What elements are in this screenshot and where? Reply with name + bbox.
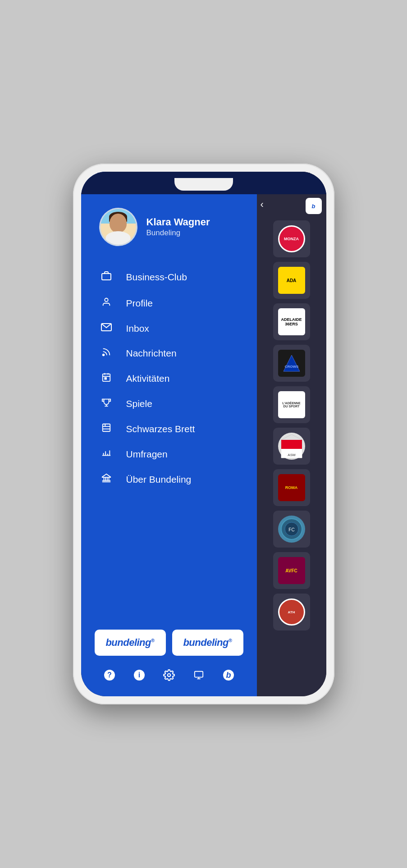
bundeling-logo-text-2: bundeling® <box>183 637 232 649</box>
team-logo-monaco[interactable]: ASM <box>273 428 310 465</box>
bundeling-top-logo: b <box>306 198 322 214</box>
sidebar-item-spiele[interactable]: Spiele <box>99 391 243 416</box>
bank-icon <box>99 473 114 486</box>
sidebar-item-ueber-bundeling[interactable]: Über Bundeling <box>99 467 243 492</box>
svg-point-31 <box>167 674 170 677</box>
svg-rect-32 <box>194 672 202 677</box>
bundeling-logo-blue[interactable]: bundeling® <box>172 630 243 656</box>
sidebar-item-nachrichten[interactable]: Nachrichten <box>99 341 243 366</box>
team-logo-adelaide[interactable]: CROWS <box>273 345 310 382</box>
svg-text:?: ? <box>107 671 112 679</box>
envelope-icon <box>99 323 114 334</box>
user-name: Klara Wagner <box>146 216 210 228</box>
team-logos-list: MONZA ADA ADELAIDE36ERS CROWS <box>257 217 326 639</box>
svg-rect-39 <box>281 440 302 449</box>
team-logo-club[interactable]: FC <box>273 511 310 548</box>
menu-list: Business-Club Profile <box>99 264 243 492</box>
team-logo-sport[interactable]: L'ADÉENNEDU SPORT <box>273 386 310 423</box>
team-logo-ada[interactable]: ADA <box>273 262 310 299</box>
svg-point-1 <box>105 298 108 302</box>
sidebar-item-business-club[interactable]: Business-Club <box>99 264 243 290</box>
briefcase-icon <box>99 270 114 284</box>
settings-icon[interactable] <box>163 669 175 684</box>
bundeling-logo-white[interactable]: bundeling® <box>95 630 166 656</box>
team-logo-avfc[interactable]: AVFC <box>273 552 310 589</box>
team-logo-athletic[interactable]: ATH <box>273 594 310 630</box>
chart-icon <box>99 448 114 461</box>
sidebar-label-schwarzes-brett: Schwarzes Brett <box>126 424 195 434</box>
status-bar <box>81 172 326 194</box>
user-section[interactable]: Klara Wagner Bundeling <box>99 208 243 246</box>
svg-marker-37 <box>284 355 300 371</box>
team-logo-36ers[interactable]: ADELAIDE36ERS <box>273 303 310 340</box>
sidebar-item-umfragen[interactable]: Umfragen <box>99 442 243 467</box>
svg-rect-0 <box>102 274 111 280</box>
navigation-drawer: Klara Wagner Bundeling Bu <box>81 172 257 696</box>
sidebar-label-nachrichten: Nachrichten <box>126 348 177 359</box>
sidebar-item-schwarzes-brett[interactable]: Schwarzes Brett <box>99 416 243 442</box>
svg-rect-8 <box>105 378 106 379</box>
monitor-icon[interactable] <box>193 670 205 683</box>
calendar-icon <box>99 372 114 385</box>
svg-text:b: b <box>226 671 231 680</box>
phone-frame: Klara Wagner Bundeling Bu <box>73 164 334 704</box>
svg-text:i: i <box>138 671 140 679</box>
rss-icon <box>99 347 114 360</box>
svg-marker-20 <box>102 474 110 477</box>
phone-screen: Klara Wagner Bundeling Bu <box>81 172 326 696</box>
sidebar-label-inbox: Inbox <box>126 323 149 334</box>
sidebar-label-spiele: Spiele <box>126 398 152 409</box>
logo-row: bundeling® bundeling® <box>95 630 243 656</box>
notch <box>174 178 233 191</box>
svg-text:ASM: ASM <box>288 453 296 457</box>
svg-text:CROWS: CROWS <box>284 365 298 369</box>
user-info: Klara Wagner Bundeling <box>146 216 210 237</box>
bottom-toolbar: ? i <box>95 665 243 687</box>
info-icon[interactable]: i <box>133 669 145 684</box>
user-company: Bundeling <box>146 228 210 238</box>
team-logo-monza[interactable]: MONZA <box>273 220 310 257</box>
board-icon <box>99 423 114 435</box>
bundeling-b-icon[interactable]: b <box>223 669 234 684</box>
sidebar-label-aktivitaeten: Aktivitäten <box>126 373 170 384</box>
avatar <box>99 208 137 246</box>
sidebar-item-aktivitaeten[interactable]: Aktivitäten <box>99 366 243 391</box>
back-button[interactable]: ‹ <box>261 199 264 210</box>
bundeling-logo-text-1: bundeling® <box>105 637 154 649</box>
drawer-content: Klara Wagner Bundeling Bu <box>81 194 257 621</box>
svg-rect-11 <box>102 424 110 432</box>
sidebar-label-umfragen: Umfragen <box>126 449 168 460</box>
help-icon[interactable]: ? <box>104 669 115 684</box>
team-logo-roma[interactable]: ROMA <box>273 469 310 506</box>
person-icon <box>99 297 114 310</box>
sidebar-label-profile: Profile <box>126 298 153 309</box>
trophy-icon <box>99 397 114 410</box>
sidebar-label-ueber-bundeling: Über Bundeling <box>126 474 192 485</box>
drawer-footer: bundeling® bundeling® ? <box>81 621 257 696</box>
sidebar-label-business-club: Business-Club <box>126 272 187 283</box>
right-panel: ‹ b MONZA ADA ADELAIDE36ERS <box>257 172 326 696</box>
svg-point-3 <box>102 354 104 356</box>
sidebar-item-profile[interactable]: Profile <box>99 290 243 316</box>
sidebar-item-inbox[interactable]: Inbox <box>99 316 243 341</box>
svg-text:FC: FC <box>288 527 294 532</box>
